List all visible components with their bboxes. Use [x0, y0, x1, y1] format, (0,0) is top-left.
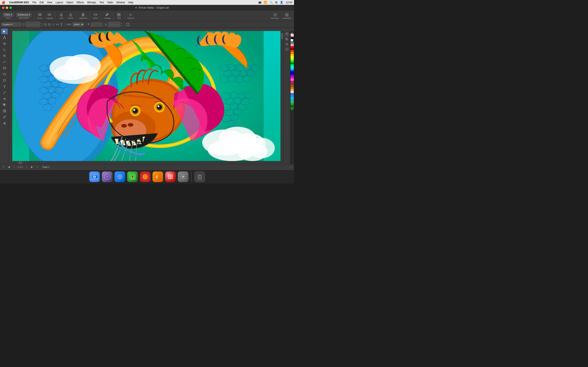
color-swatch-orangered[interactable]	[291, 50, 294, 52]
next-page-btn[interactable]: ›	[25, 165, 29, 169]
search-icon[interactable]: 🔍	[269, 1, 273, 4]
color-swatch-cyan[interactable]	[291, 67, 294, 68]
menu-view[interactable]: View	[47, 1, 52, 4]
coord-x-input[interactable]: 59,06	[108, 22, 121, 24]
palette-scroll-down[interactable]: ▼	[291, 109, 293, 111]
dock-safari[interactable]	[114, 171, 125, 182]
preset-dropdown[interactable]: Custom ▾	[1, 22, 22, 26]
color-swatch-silver[interactable]	[291, 44, 294, 46]
width-input[interactable]: 2.400,0	[26, 22, 40, 24]
color-swatch-dodgerblue[interactable]	[291, 95, 294, 97]
nudge-input[interactable]: 10,0 px	[91, 22, 102, 26]
group-button[interactable]	[38, 12, 42, 17]
dock-corel[interactable]	[140, 171, 150, 182]
node-tool-btn[interactable]	[1, 35, 8, 40]
color-swatch-royalblue[interactable]	[291, 93, 294, 95]
hscroll-thumb[interactable]	[18, 161, 22, 164]
dock-siri[interactable]	[102, 171, 112, 182]
color-swatch-blue[interactable]	[291, 71, 294, 73]
drawing-canvas[interactable]	[12, 31, 281, 161]
lock-button[interactable]	[59, 12, 63, 17]
freehand-tool-btn[interactable]	[1, 59, 8, 65]
minimize-button[interactable]	[6, 7, 8, 9]
menu-layout[interactable]: Layout	[56, 1, 63, 4]
ratio-icon[interactable]	[52, 23, 55, 26]
color-swatch-violet[interactable]	[291, 75, 294, 77]
scale-icon[interactable]	[43, 23, 47, 26]
spiral-tool-btn[interactable]	[1, 96, 8, 101]
transform-panel-btn[interactable]	[285, 32, 289, 36]
color-swatch-hotpink[interactable]	[291, 79, 294, 81]
maximize-button[interactable]	[9, 7, 12, 9]
prev-page-btn[interactable]: ◀	[7, 165, 11, 169]
line-tool-btn[interactable]	[1, 90, 8, 95]
dock-fontbase[interactable]: f	[153, 171, 163, 182]
hscrollbar[interactable]	[12, 161, 281, 164]
menu-effects[interactable]: Effects	[77, 1, 84, 4]
ungroup-button[interactable]	[47, 12, 52, 17]
get-more-button[interactable]	[273, 12, 277, 17]
menu-text[interactable]: Text	[99, 1, 104, 4]
grid-tool-btn[interactable]	[1, 108, 8, 114]
color-swatch-darkturquoise[interactable]	[291, 97, 294, 99]
no-fill-swatch[interactable]	[291, 33, 294, 37]
dock-sysprefs[interactable]	[178, 171, 189, 182]
comment-panel-btn[interactable]	[285, 47, 289, 52]
fill-tool-btn[interactable]	[1, 120, 8, 126]
menu-help[interactable]: Help	[128, 1, 133, 4]
color-swatch-green[interactable]	[291, 62, 294, 64]
width-up-arrow[interactable]: ▲	[40, 22, 43, 24]
inspectors-button[interactable]	[285, 12, 289, 17]
zoom-tool-btn[interactable]	[1, 53, 8, 59]
menu-bitmaps[interactable]: Bitmaps	[87, 1, 96, 4]
white-swatch[interactable]	[291, 39, 293, 42]
zoom-dropdown[interactable]: 729% ▾	[3, 13, 13, 17]
menu-file[interactable]: File	[32, 1, 36, 4]
ellipse-tool-btn[interactable]	[1, 71, 8, 77]
dock-maps[interactable]	[127, 171, 138, 182]
user-icon[interactable]: 👤	[280, 1, 283, 4]
dock-launchpad[interactable]	[165, 171, 176, 182]
color-swatch-gray[interactable]	[291, 42, 294, 44]
menu-object[interactable]: Object	[66, 1, 73, 4]
color-swatch-lightseagreen[interactable]	[291, 99, 294, 101]
transform-tool-btn[interactable]	[1, 41, 8, 47]
polygon-tool-btn[interactable]	[1, 77, 8, 83]
crop-tool-btn[interactable]	[1, 47, 8, 53]
mirror-v-icon[interactable]	[60, 23, 63, 26]
select-tool-btn[interactable]	[1, 29, 8, 34]
select-mode-icon[interactable]	[126, 23, 130, 26]
control-center-icon[interactable]: ⊞	[275, 1, 277, 4]
view-button[interactable]	[117, 12, 121, 17]
color-swatch-lime[interactable]	[291, 60, 294, 62]
next-page-btn2[interactable]: ▶	[30, 165, 34, 169]
color-swatch-navy[interactable]	[291, 73, 294, 75]
snap-button[interactable]	[129, 12, 133, 17]
color-swatch-lightblue[interactable]	[291, 68, 294, 71]
add-page-btn[interactable]: +	[2, 165, 5, 169]
eyedropper-tool-btn[interactable]	[1, 114, 8, 120]
color-swatch-medseagreen[interactable]	[291, 101, 294, 103]
color-swatch-yellow[interactable]	[291, 56, 294, 58]
view-modes-dropdown[interactable]: Enhanced ▾	[16, 13, 31, 17]
align-panel-btn[interactable]	[285, 37, 289, 42]
color-swatch-darkgreen[interactable]	[291, 105, 294, 107]
status-more-btn[interactable]: ⋯	[290, 165, 292, 169]
apple-menu[interactable]: 🍎	[2, 1, 5, 4]
color-swatch-greenyellow[interactable]	[291, 58, 294, 60]
position-icon[interactable]	[47, 23, 51, 26]
add-page-btn2[interactable]: +	[35, 165, 39, 169]
color-swatch-sandybrown[interactable]	[291, 89, 294, 91]
color-swatch-moccasin[interactable]	[291, 91, 294, 93]
color-swatch-medvioletred[interactable]	[291, 81, 294, 83]
vscroll-thumb[interactable]	[281, 33, 283, 39]
height-input[interactable]: 3.000,0	[26, 25, 40, 27]
mirror-h-icon[interactable]	[56, 23, 59, 26]
menu-table[interactable]: Table	[107, 1, 113, 4]
color-swatch-chocolate[interactable]	[291, 87, 294, 89]
menu-window[interactable]: Window	[116, 1, 125, 4]
unlock-button[interactable]	[68, 12, 73, 17]
units-select[interactable]: pixels	[72, 22, 84, 26]
dock-trash[interactable]	[194, 171, 205, 182]
vscrollbar[interactable]	[281, 31, 283, 164]
